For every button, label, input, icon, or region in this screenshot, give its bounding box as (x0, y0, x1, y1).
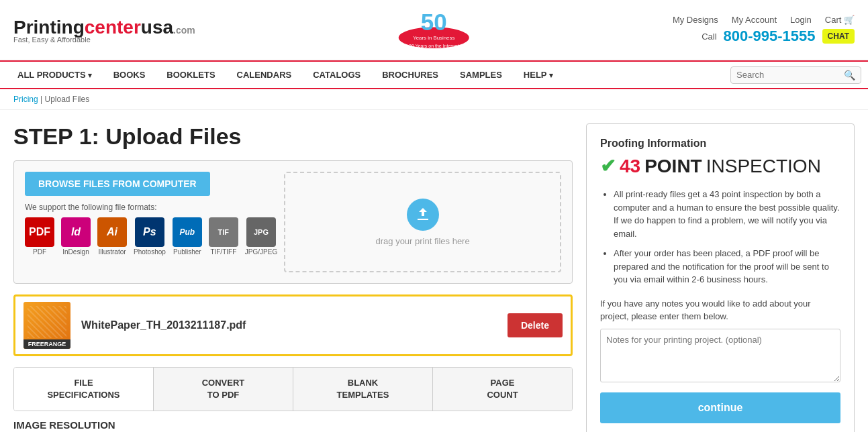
nav-books[interactable]: BOOKS (103, 62, 156, 88)
proof-bold: POINT (644, 156, 702, 177)
logo-usa: usa (141, 17, 173, 38)
breadcrumb-separator: | (40, 95, 42, 104)
upload-icon (407, 199, 439, 231)
cart-link[interactable]: Cart 🛒 (825, 15, 855, 25)
phone-label: Call (702, 32, 716, 42)
search-input[interactable] (736, 70, 844, 80)
tab-file-specifications[interactable]: FILESPECIFICATIONS (14, 368, 154, 411)
nav-catalogs[interactable]: CATALOGS (302, 62, 371, 88)
breadcrumb: Pricing | Upload Files (0, 89, 868, 110)
nav-help[interactable]: HELP (513, 62, 564, 88)
proof-notes-label: If you have any notes you would like to … (600, 297, 840, 323)
browse-button[interactable]: BROWSE FILES FROM COMPUTER (25, 172, 210, 196)
login-link[interactable]: Login (790, 15, 812, 25)
nav-all-products[interactable]: ALL PRODUCTS (7, 62, 103, 88)
proof-notes-textarea[interactable] (600, 329, 840, 382)
tab-convert-to-pdf[interactable]: CONVERTTO PDF (154, 368, 293, 411)
left-panel: STEP 1: Upload Files BROWSE FILES FROM C… (13, 123, 573, 432)
nav-calendars[interactable]: CALENDARS (226, 62, 303, 88)
file-thumb-label: FREERANGE (23, 339, 70, 349)
proof-bullet-2: After your order has been placed, a PDF … (614, 247, 840, 286)
main-nav: ALL PRODUCTS BOOKS BOOKLETS CALENDARS CA… (0, 60, 868, 89)
main-content: STEP 1: Upload Files BROWSE FILES FROM C… (0, 110, 868, 432)
tab-blank-templates[interactable]: BLANKTEMPLATES (293, 368, 433, 411)
right-panel: Proofing Information ✔ 43 POINT INSPECTI… (586, 123, 855, 432)
icon-publisher: Pub Publisher (173, 217, 202, 256)
continue-button[interactable]: continue (600, 392, 840, 423)
breadcrumb-pricing[interactable]: Pricing (13, 95, 38, 104)
tab-content: IMAGE RESOLUTION (13, 411, 573, 432)
phone-number: 800-995-1555 (724, 28, 816, 45)
drop-zone-text: drag your print files here (376, 236, 470, 246)
svg-text:50: 50 (421, 9, 447, 35)
proof-light: INSPECTION (706, 156, 821, 177)
nav-search[interactable]: 🔍 (730, 66, 861, 84)
uploaded-file: FREERANGE WhitePaper_TH_2013211187.pdf D… (13, 294, 573, 356)
nav-booklets[interactable]: BOOKLETS (156, 62, 226, 88)
proof-number: 43 (620, 156, 640, 177)
search-icon: 🔍 (844, 70, 855, 80)
tab-content-label: IMAGE RESOLUTION (13, 419, 115, 431)
proof-box: Proofing Information ✔ 43 POINT INSPECTI… (586, 123, 855, 432)
nav-brochures[interactable]: BROCHURES (371, 62, 449, 88)
icon-indesign: Id InDesign (61, 217, 91, 256)
breadcrumb-current: Upload Files (45, 95, 90, 104)
my-account-link[interactable]: My Account (732, 15, 777, 25)
icon-photoshop: Ps Photoshop (134, 217, 166, 256)
phone-row: Call 800-995-1555 CHAT (702, 28, 855, 45)
upload-inner: BROWSE FILES FROM COMPUTER We support th… (25, 172, 561, 272)
icon-illustrator: Ai Illustrator (97, 217, 127, 256)
header: Printingcenterusa.com Fast, Easy & Affor… (0, 0, 868, 60)
svg-text:Years in Business: Years in Business (413, 35, 454, 41)
proof-bullet-1: All print-ready files get a 43 point ins… (614, 188, 840, 240)
upload-left: BROWSE FILES FROM COMPUTER We support th… (25, 172, 277, 256)
file-icons: PDF PDF Id InDesign Ai Illustrator Ps (25, 217, 277, 256)
logo-com: .com (173, 25, 195, 36)
header-right: My Designs My Account Login Cart 🛒 Call … (673, 15, 855, 45)
bottom-tabs: FILESPECIFICATIONS CONVERTTO PDF BLANKTE… (13, 367, 573, 411)
upload-arrow-icon (415, 207, 431, 223)
file-name: WhitePaper_TH_2013211187.pdf (81, 319, 497, 331)
icon-pdf: PDF PDF (25, 217, 54, 256)
checkmark-icon: ✔ (600, 155, 616, 177)
logo-center: center (85, 17, 141, 38)
icon-tiff: TIF TIF/TIFF (209, 217, 238, 256)
upload-area: BROWSE FILES FROM COMPUTER We support th… (13, 160, 573, 284)
file-formats-text: We support the following file formats: (25, 203, 277, 212)
proof-bullets: All print-ready files get a 43 point ins… (600, 188, 840, 286)
upload-drop-zone[interactable]: drag your print files here (284, 172, 561, 272)
file-thumbnail: FREERANGE (23, 302, 70, 349)
svg-text:20 Years on the Internet: 20 Years on the Internet (409, 44, 459, 48)
header-links: My Designs My Account Login Cart 🛒 (673, 15, 855, 25)
chat-badge[interactable]: CHAT (822, 29, 855, 44)
nav-samples[interactable]: SAMPLES (449, 62, 513, 88)
logo: Printingcenterusa.com Fast, Easy & Affor… (13, 17, 195, 44)
proof-headline: ✔ 43 POINT INSPECTION (600, 155, 840, 177)
thumb-dots (28, 306, 66, 338)
my-designs-link[interactable]: My Designs (673, 15, 718, 25)
page-title: STEP 1: Upload Files (13, 123, 573, 150)
anniversary-badge: 50 Years in Business 20 Years on the Int… (195, 5, 673, 54)
icon-jpg: JPG JPG/JPEG (245, 217, 277, 256)
tab-page-count[interactable]: PAGECOUNT (433, 368, 572, 411)
proof-title: Proofing Information (600, 138, 840, 150)
delete-button[interactable]: Delete (508, 313, 563, 337)
logo-printing: Printing (13, 17, 85, 38)
